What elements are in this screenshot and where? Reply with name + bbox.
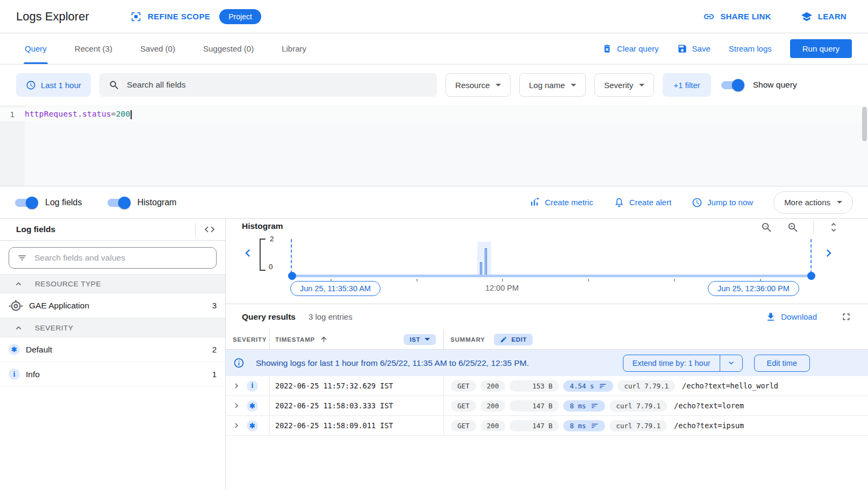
tab-bar: QueryRecent (3)Saved (0)Suggested (0)Lib… (0, 33, 868, 64)
column-timestamp[interactable]: TIMESTAMP IST (269, 329, 443, 349)
create-alert-button[interactable]: Create alert (614, 197, 671, 208)
jump-to-now-button[interactable]: Jump to now (692, 197, 753, 208)
query-actions: Clear query Save Stream logs Run query (602, 33, 852, 64)
edit-time-button[interactable]: Edit time (754, 355, 810, 372)
zoom-out-icon[interactable] (761, 221, 773, 234)
fullscreen-icon[interactable] (841, 311, 852, 322)
chevron-up-icon (13, 323, 24, 333)
response-size-pill: 153 B (510, 380, 559, 392)
download-icon (765, 312, 776, 322)
user-agent-pill: curl 7.79.1 (618, 380, 675, 392)
logs-explorer-app: Logs Explorer REFINE SCOPE Project SHARE… (0, 0, 868, 490)
row-severity-cell: ✱ (226, 396, 269, 415)
end-time-chip[interactable]: Jun 25, 12:36:00 PM (708, 281, 799, 296)
refine-scope-button[interactable]: REFINE SCOPE (130, 11, 211, 23)
log-row[interactable]: i2022-06-25 11:57:32.629 ISTGET200153 B4… (226, 376, 868, 396)
log-fields-toggle-label: Log fields (45, 198, 82, 207)
tab-query[interactable]: Query (11, 33, 61, 64)
tab-suggested-0[interactable]: Suggested (0) (189, 33, 268, 64)
range-end-handle[interactable] (807, 272, 815, 280)
histogram-timeline[interactable] (292, 275, 812, 277)
learn-icon (801, 11, 813, 23)
log-name-dropdown-label: Log name (529, 81, 565, 90)
log-field-item-gae-application[interactable]: GAE Application3 (0, 293, 225, 318)
section-header-severity[interactable]: SEVERITY (0, 318, 225, 337)
clear-query-button[interactable]: Clear query (602, 44, 659, 54)
results-table-header: SEVERITY TIMESTAMP IST SUMMARY ED (226, 329, 868, 350)
banner-message: Showing logs for last 1 hour from 6/25/2… (256, 358, 529, 368)
log-row[interactable]: ✱2022-06-25 11:58:03.333 ISTGET200147 B8… (226, 396, 868, 416)
request-path: /echo?text=hello_world (682, 381, 778, 390)
tab-recent-3[interactable]: Recent (3) (61, 33, 126, 64)
log-row[interactable]: ✱2022-06-25 11:58:09.011 ISTGET200147 B8… (226, 416, 868, 436)
latency-icon (591, 402, 599, 410)
search-all-fields[interactable] (99, 73, 437, 97)
code-panel-icon[interactable] (204, 224, 216, 235)
time-range-chip[interactable]: Last 1 hour (16, 73, 91, 97)
query-results-section: Query results 3 log entries Download SEV… (226, 304, 868, 490)
query-text[interactable]: httpRequest.status=200 (25, 110, 132, 119)
create-metric-button[interactable]: Create metric (529, 197, 593, 208)
http-status-pill: 200 (480, 420, 506, 431)
extend-time-dropdown[interactable] (720, 355, 742, 371)
expand-row-icon[interactable] (232, 421, 241, 430)
top-bar: Logs Explorer REFINE SCOPE Project SHARE… (0, 0, 868, 33)
zoom-in-icon[interactable] (787, 221, 799, 234)
log-field-label: Info (26, 370, 40, 379)
expand-row-icon[interactable] (232, 381, 241, 391)
expand-row-icon[interactable] (232, 401, 241, 410)
severity-dropdown[interactable]: Severity (594, 73, 654, 97)
severity-default-icon: ✱ (247, 420, 258, 431)
latency-pill: 8 ms (563, 420, 605, 431)
log-fields-toggle[interactable] (13, 196, 38, 209)
extend-time-label[interactable]: Extend time by: 1 hour (623, 355, 720, 371)
project-scope-badge[interactable]: Project (219, 9, 261, 24)
extend-time-button[interactable]: Extend time by: 1 hour (623, 355, 743, 372)
log-field-item-default[interactable]: ✱Default2 (0, 337, 225, 362)
learn-button[interactable]: LEARN (801, 11, 847, 23)
http-method-pill: GET (451, 380, 476, 392)
query-line-1[interactable]: 1 httpRequest.status=200 (0, 107, 862, 121)
page-title: Logs Explorer (16, 10, 89, 24)
share-link-button[interactable]: SHARE LINK (703, 11, 771, 23)
share-link-label: SHARE LINK (720, 12, 771, 21)
histogram-selection-band[interactable] (477, 242, 491, 276)
resource-dropdown[interactable]: Resource (446, 73, 511, 97)
tab-saved-0[interactable]: Saved (0) (126, 33, 189, 64)
pan-left-icon[interactable] (240, 246, 255, 261)
more-actions-button[interactable]: More actions (773, 191, 853, 214)
edit-summary-button[interactable]: EDIT (494, 334, 533, 345)
run-query-button[interactable]: Run query (790, 39, 852, 58)
show-query-label: Show query (753, 80, 797, 90)
log-name-dropdown[interactable]: Log name (519, 73, 586, 97)
download-button[interactable]: Download (765, 312, 817, 322)
show-query-toggle[interactable] (720, 78, 744, 91)
timeline-tick (674, 279, 675, 282)
collapse-histogram-icon[interactable] (828, 221, 840, 233)
histogram-toggle[interactable] (106, 196, 131, 209)
tab-library[interactable]: Library (268, 33, 320, 64)
column-severity[interactable]: SEVERITY (226, 329, 269, 349)
chevron-down-icon (496, 84, 501, 87)
histogram-bar[interactable] (485, 248, 487, 276)
timeline-tick (502, 279, 503, 282)
sort-ascending-icon[interactable] (320, 335, 328, 343)
query-editor[interactable]: 1 httpRequest.status=200 (0, 105, 868, 186)
view-options-bar: Log fields Histogram Create metric Creat… (0, 186, 868, 219)
user-agent-pill: curl 7.79.1 (609, 420, 667, 431)
start-time-chip[interactable]: Jun 25, 11:35:30 AM (290, 281, 381, 296)
save-button[interactable]: Save (677, 44, 711, 54)
query-results-header: Query results 3 log entries Download (226, 304, 868, 329)
filter-dropdowns: ResourceLog nameSeverity (446, 73, 654, 97)
search-all-fields-input[interactable] (127, 80, 428, 90)
section-header-resource-type[interactable]: RESOURCE TYPE (0, 274, 225, 293)
range-start-handle[interactable] (288, 272, 296, 280)
log-fields-search[interactable] (9, 247, 217, 269)
editor-scrollbar[interactable] (862, 107, 867, 141)
stream-logs-button[interactable]: Stream logs (729, 44, 772, 53)
timezone-selector[interactable]: IST (404, 334, 436, 345)
log-field-item-info[interactable]: iInfo1 (0, 362, 225, 387)
more-filters-button[interactable]: +1 filter (663, 73, 711, 97)
pan-right-icon[interactable] (821, 246, 836, 261)
log-fields-search-input[interactable] (34, 253, 209, 263)
